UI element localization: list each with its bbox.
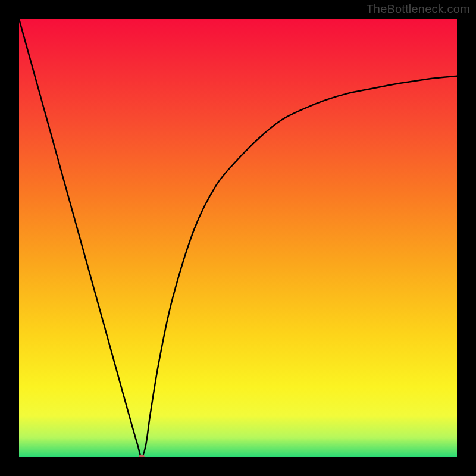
chart-frame: TheBottleneck.com xyxy=(0,0,476,476)
chart-plot xyxy=(19,19,457,457)
attribution-text: TheBottleneck.com xyxy=(366,2,470,16)
